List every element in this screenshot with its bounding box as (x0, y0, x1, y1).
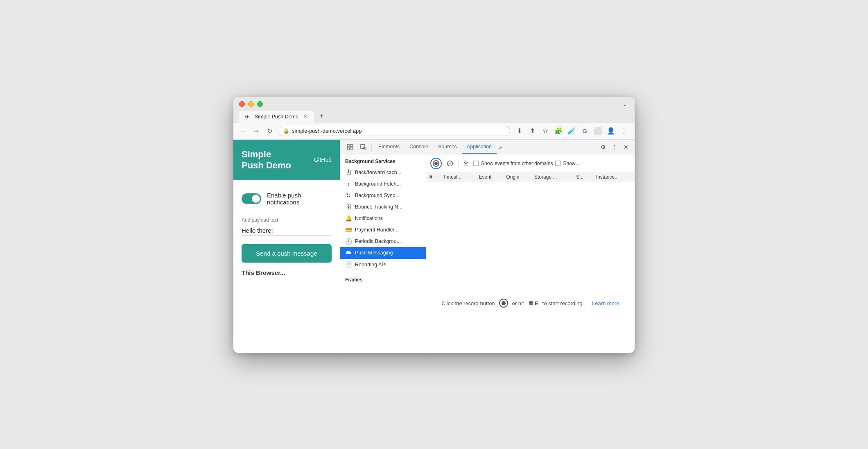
tab-application[interactable]: Application (462, 141, 497, 154)
download-icon[interactable]: ⬇ (513, 125, 525, 137)
push-messaging-icon (345, 249, 352, 256)
split-icon[interactable]: ⬜ (592, 125, 604, 137)
sidebar-item-bounce-tracking[interactable]: 🗄 Bounce Tracking N... (340, 201, 426, 213)
devtools-close-button[interactable]: ✕ (621, 142, 631, 152)
forward-button[interactable]: → (251, 126, 261, 136)
toggle-row: Enable push notifications (242, 192, 332, 206)
back-button[interactable]: ← (238, 126, 248, 136)
background-services-title: Background Services (340, 155, 426, 167)
tab-bar: ✈ Simple Push Demo ✕ + (239, 111, 629, 123)
record-button-inline (499, 299, 508, 308)
google-icon[interactable]: G (579, 125, 590, 137)
download-button[interactable] (461, 158, 471, 169)
new-tab-button[interactable]: + (316, 111, 327, 122)
tab-separator (371, 143, 372, 151)
events-table: # Timest... Event Origin Storage ... S..… (426, 172, 635, 254)
svg-rect-3 (350, 147, 353, 150)
col-number: # (426, 172, 439, 182)
payload-section: Add payload text (242, 217, 332, 236)
record-button-inner (433, 160, 439, 167)
refresh-button[interactable]: ↻ (264, 126, 274, 136)
col-instance: Instance... (593, 172, 635, 182)
record-dot (434, 162, 438, 165)
address-bar: ← → ↻ 🔒 simple-push-demo.vercel.app ⬇ ⬆ … (233, 123, 635, 140)
sidebar-item-back-forward-cache[interactable]: 🗄 Back/forward cach... (340, 167, 426, 178)
background-sync-icon: ↻ (345, 192, 352, 199)
col-storage: Storage ... (531, 172, 573, 182)
reporting-api-icon: 📄 (345, 261, 352, 268)
tab-close-button[interactable]: ✕ (302, 113, 308, 120)
record-message-end: to start recording. (542, 300, 584, 306)
browser-tab[interactable]: ✈ Simple Push Demo ✕ (239, 111, 314, 123)
more-tabs-button[interactable]: » (497, 143, 504, 152)
this-browser-label: This Browser... (242, 269, 332, 276)
site-header: Simple Push Demo GitHub (233, 140, 340, 180)
devtools-tabs: Elements Console Sources Application » ⚙… (340, 140, 635, 155)
sidebar-item-background-sync[interactable]: ↻ Background Sync... (340, 190, 426, 201)
tab-elements[interactable]: Elements (373, 141, 405, 154)
record-message-text: Click the record button (442, 300, 495, 306)
chevron-icon: ⌄ (622, 101, 627, 107)
browser-content: Simple Push Demo GitHub Enable push noti… (233, 140, 635, 353)
maximize-traffic-light[interactable] (257, 101, 263, 107)
site-body: Enable push notifications Add payload te… (233, 180, 340, 284)
devtools-settings-button[interactable]: ⚙ (598, 142, 608, 152)
sidebar-item-reporting-api[interactable]: 📄 Reporting API (340, 259, 426, 270)
show-extra-checkbox[interactable] (555, 161, 561, 166)
svg-rect-2 (350, 144, 353, 146)
show-extra-group: Show ... (555, 161, 581, 166)
lab-icon[interactable]: 🧪 (566, 125, 577, 137)
share-icon[interactable]: ⬆ (527, 125, 538, 137)
sidebar-item-push-messaging-label: Push Messaging (355, 250, 393, 256)
svg-rect-0 (347, 144, 349, 146)
record-button[interactable] (430, 158, 442, 169)
periodic-background-icon: 🕐 (345, 238, 352, 245)
svg-rect-4 (360, 145, 365, 148)
learn-more-link[interactable]: Learn more (592, 300, 619, 306)
sidebar-item-push-messaging[interactable]: Push Messaging (340, 247, 426, 259)
tab-console[interactable]: Console (405, 141, 433, 154)
browser-window: ⌄ ✈ Simple Push Demo ✕ + ← → ↻ 🔒 simple-… (233, 97, 635, 353)
frames-title: Frames (340, 274, 426, 285)
sidebar-item-background-fetch[interactable]: ↕ Background Fetch... (340, 178, 426, 190)
devtools-body: Background Services 🗄 Back/forward cach.… (340, 155, 635, 353)
sidebar-item-label: Bounce Tracking N... (355, 204, 402, 210)
toggle-label: Enable push notifications (267, 192, 332, 206)
clear-button[interactable] (444, 158, 456, 169)
devtools-kebab-button[interactable]: ⋮ (609, 142, 620, 152)
sidebar-item-payment-handler[interactable]: 💳 Payment Handler... (340, 224, 426, 236)
sidebar-item-label: Notifications (355, 215, 383, 221)
tab-title: Simple Push Demo (255, 114, 298, 120)
sidebar-item-label: Background Sync... (355, 193, 399, 198)
url-text: simple-push-demo.vercel.app (292, 128, 362, 134)
sidebar-item-periodic-background[interactable]: 🕐 Periodic Backgrou... (340, 236, 426, 247)
close-traffic-light[interactable] (239, 101, 245, 107)
minimize-traffic-light[interactable] (248, 101, 254, 107)
devtools-panel: Elements Console Sources Application » ⚙… (340, 140, 635, 353)
bookmark-icon[interactable]: ☆ (540, 125, 551, 137)
sidebar-item-label: Periodic Backgrou... (355, 238, 401, 244)
url-bar[interactable]: 🔒 simple-push-demo.vercel.app (278, 126, 510, 136)
inspector-icon[interactable] (344, 141, 357, 153)
github-link[interactable]: GitHub (314, 156, 332, 163)
send-push-button[interactable]: Send a push message (242, 244, 332, 263)
sidebar-item-label: Payment Handler... (355, 227, 398, 233)
show-other-domains-checkbox[interactable] (473, 161, 479, 166)
sidebar-item-notifications[interactable]: 🔔 Notifications (340, 213, 426, 224)
sw-toolbar: Show events from other domains Show ... (426, 155, 635, 172)
events-data-table: # Timest... Event Origin Storage ... S..… (426, 172, 635, 182)
payment-handler-icon: 💳 (345, 227, 352, 233)
show-other-domains-label: Show events from other domains (481, 161, 553, 166)
profile-icon[interactable]: 👤 (605, 125, 617, 137)
table-header-row: # Timest... Event Origin Storage ... S..… (426, 172, 635, 182)
col-event: Event (476, 172, 503, 182)
traffic-lights: ⌄ (239, 101, 629, 107)
back-forward-cache-icon: 🗄 (345, 169, 352, 176)
extensions-icon[interactable]: 🧩 (553, 125, 564, 137)
payload-input[interactable] (242, 225, 332, 236)
lock-icon: 🔒 (283, 128, 289, 134)
more-icon[interactable]: ⋮ (618, 125, 630, 137)
responsive-icon[interactable] (357, 141, 370, 153)
push-notifications-toggle[interactable] (242, 193, 261, 204)
tab-sources[interactable]: Sources (433, 141, 462, 154)
